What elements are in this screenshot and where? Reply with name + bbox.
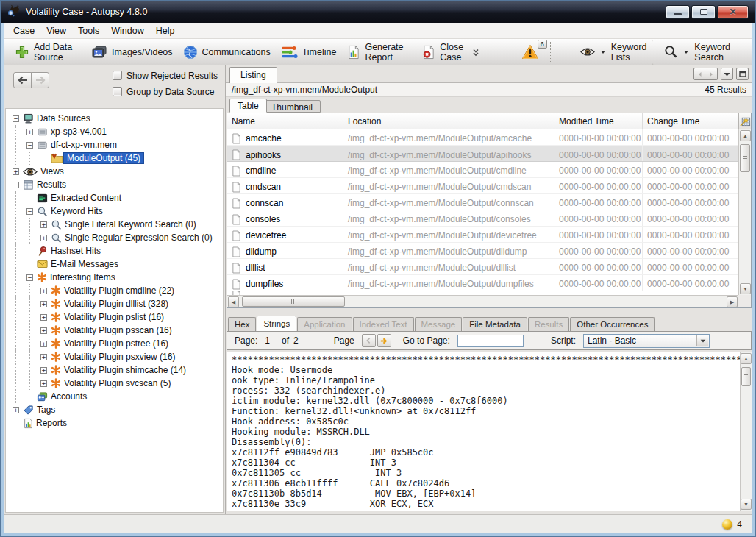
tree-item[interactable]: ModuleOutput (45) (9, 152, 223, 165)
tree-item[interactable]: +Single Literal Keyword Search (0) (9, 218, 223, 231)
images-videos-button[interactable]: Images/Videos (86, 43, 177, 62)
close-button[interactable]: ✕ (717, 5, 749, 19)
checkbox-show-rejected-results[interactable] (113, 71, 122, 80)
tab-list-dropdown-button[interactable] (721, 68, 733, 80)
scrollbar-thumb[interactable] (740, 144, 750, 172)
tab-thumbnail[interactable]: Thumbnail (263, 100, 321, 113)
tree-item[interactable]: +Views (9, 165, 223, 178)
collapse-icon[interactable]: − (23, 142, 37, 149)
tree-item[interactable]: +Volatility Plugin cmdline (22) (9, 284, 223, 297)
next-page-button[interactable] (377, 334, 391, 347)
menu-window[interactable]: Window (105, 24, 149, 38)
viewer-tab-file-metadata[interactable]: File Metadata (463, 317, 527, 331)
scroll-tabs-left-button[interactable] (693, 68, 706, 80)
table-row[interactable]: cmdscan/img_df-ct-xp-vm.mem/ModuleOutput… (227, 178, 738, 194)
tree-item[interactable]: +xp-sp3-v4.001 (9, 125, 223, 138)
expand-icon[interactable]: + (9, 407, 23, 413)
menu-case[interactable]: Case (7, 24, 40, 38)
expand-icon[interactable]: + (37, 288, 51, 294)
checkbox-group-by-data-source[interactable] (113, 87, 122, 96)
viewer-tab-strings[interactable]: Strings (257, 316, 296, 331)
menu-view[interactable]: View (40, 24, 72, 38)
collapse-icon[interactable]: − (9, 182, 23, 188)
collapse-icon[interactable]: − (23, 274, 37, 281)
menu-tools[interactable]: Tools (72, 24, 105, 38)
expand-icon[interactable]: + (37, 354, 51, 360)
maximize-panel-button[interactable] (736, 68, 749, 80)
scroll-down-arrow[interactable]: ▼ (741, 499, 752, 510)
strings-content[interactable]: ****************************************… (227, 352, 752, 511)
expand-icon[interactable]: + (37, 221, 51, 228)
table-horizontal-scrollbar[interactable]: ◀ ▶ (227, 295, 738, 307)
timeline-button[interactable]: Timeline (276, 43, 342, 62)
tree-item[interactable]: E-Mail Messages (9, 257, 223, 271)
table-row[interactable]: amcache/img_df-ct-xp-vm.mem/ModuleOutput… (227, 129, 738, 146)
tree-item[interactable]: −Data Sources (9, 112, 223, 125)
tree-item[interactable]: Hashset Hits (9, 244, 223, 257)
tree-item[interactable]: +Volatility Plugin pslist (16) (9, 310, 223, 324)
table-row[interactable]: connscan/img_df-ct-xp-vm.mem/ModuleOutpu… (227, 194, 738, 210)
close-case-button[interactable]: Close Case (416, 40, 485, 65)
tree-item[interactable]: −Interesting Items (9, 271, 223, 284)
tree-item[interactable]: +Volatility Plugin dlllist (328) (9, 297, 223, 310)
column-header-name[interactable]: Name (227, 113, 343, 129)
scroll-right-arrow[interactable]: ▶ (727, 296, 738, 307)
back-button[interactable] (13, 72, 32, 88)
keyword-lists-button[interactable]: Keyword Lists (575, 40, 652, 65)
column-header-modified-time[interactable]: Modified Time (554, 113, 643, 129)
table-vertical-scrollbar[interactable]: ▲ ▼ (738, 129, 751, 295)
scroll-left-arrow[interactable]: ◀ (228, 296, 239, 307)
viewer-tab-hex[interactable]: Hex (228, 317, 256, 331)
communications-button[interactable]: Communications (178, 43, 276, 62)
expand-icon[interactable]: + (37, 314, 51, 321)
menu-help[interactable]: Help (150, 24, 181, 38)
tree-item[interactable]: +Volatility Plugin psscan (16) (9, 324, 223, 337)
tree-item[interactable]: +Volatility Plugin pstree (16) (9, 337, 223, 350)
table-row[interactable]: cmdline/img_df-ct-xp-vm.mem/ModuleOutput… (227, 162, 738, 178)
table-row[interactable]: dlldump/img_df-ct-xp-vm.mem/ModuleOutput… (227, 243, 738, 259)
expand-icon[interactable]: + (37, 235, 51, 241)
generate-report-button[interactable]: Generate Report (341, 40, 416, 65)
tree-item[interactable]: +Volatility Plugin shimcache (14) (9, 363, 223, 377)
forward-button[interactable] (31, 72, 49, 88)
tab-listing[interactable]: Listing (229, 67, 277, 83)
script-select[interactable]: Latin - Basic (583, 334, 710, 348)
table-row[interactable]: dlllist/img_df-ct-xp-vm.mem/ModuleOutput… (227, 259, 738, 275)
tree-item[interactable]: −Results (9, 178, 223, 191)
tab-table[interactable]: Table (229, 99, 267, 113)
table-row[interactable]: devicetree/img_df-ct-xp-vm.mem/ModuleOut… (227, 227, 738, 243)
minimize-button[interactable] (666, 5, 690, 19)
restore-button[interactable] (691, 5, 716, 19)
scroll-up-arrow[interactable]: ▲ (740, 130, 751, 141)
background-tasks-icon[interactable] (722, 519, 732, 530)
tree-item[interactable]: +Single Regular Expression Search (0) (9, 231, 223, 244)
collapse-icon[interactable]: − (9, 115, 23, 122)
column-header-location[interactable]: Location (343, 113, 554, 129)
expand-icon[interactable]: + (37, 380, 51, 387)
tree-item[interactable]: −df-ct-xp-vm.mem (9, 138, 223, 152)
tree-item[interactable]: +Volatility Plugin svcscan (5) (9, 377, 223, 390)
expand-icon[interactable]: + (9, 168, 23, 175)
tree-item[interactable]: Extracted Content (9, 191, 223, 205)
strings-vertical-scrollbar[interactable]: ▲ ▼ (740, 352, 752, 511)
tree-item[interactable]: Accounts (9, 390, 223, 403)
goto-page-input[interactable] (457, 335, 524, 347)
viewer-tab-other-occurrences[interactable]: Other Occurrences (570, 317, 655, 331)
table-row[interactable]: apihooks/img_df-ct-xp-vm.mem/ModuleOutpu… (227, 146, 738, 162)
scroll-down-arrow[interactable]: ▼ (740, 283, 751, 294)
keyword-search-button[interactable]: Keyword Search (652, 40, 742, 65)
expand-icon[interactable]: + (37, 301, 51, 307)
scrollbar-thumb[interactable] (242, 296, 345, 307)
table-row[interactable]: dumpfiles/img_df-ct-xp-vm.mem/ModuleOutp… (227, 275, 738, 291)
scrollbar-thumb[interactable] (741, 367, 751, 386)
scroll-tabs-right-button[interactable] (705, 68, 718, 80)
ingest-warnings-button[interactable]: 6 (514, 43, 546, 61)
scroll-up-arrow[interactable]: ▲ (741, 353, 752, 364)
previous-page-button[interactable] (362, 334, 376, 347)
tree-item[interactable]: Reports (9, 416, 223, 430)
column-header-change-time[interactable]: Change Time (643, 113, 738, 129)
table-row[interactable]: consoles/img_df-ct-xp-vm.mem/ModuleOutpu… (227, 210, 738, 227)
expand-icon[interactable]: + (37, 327, 51, 334)
add-data-source-button[interactable]: Add Data Source (10, 40, 86, 65)
expand-icon[interactable]: + (37, 367, 51, 374)
